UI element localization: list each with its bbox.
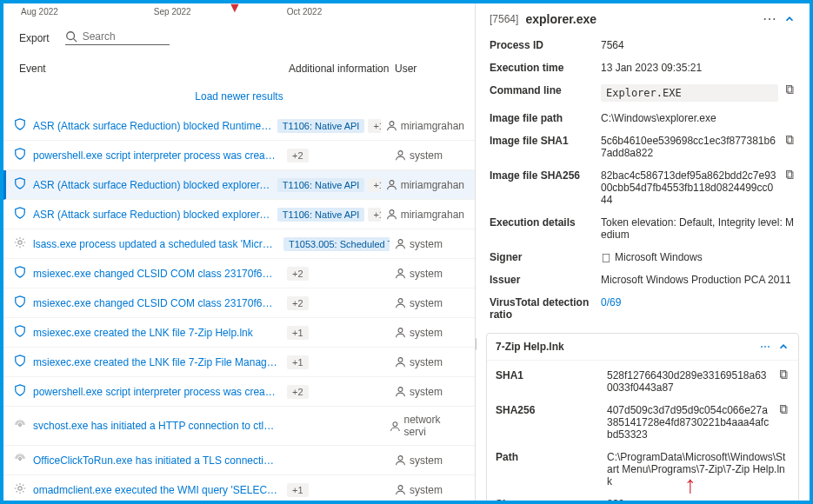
event-additional: +1 bbox=[283, 326, 390, 340]
event-row[interactable]: msiexec.exe created the LNK file 7-Zip H… bbox=[3, 318, 475, 348]
events-header: Event Additional information User bbox=[3, 54, 475, 82]
label-file-path: Path bbox=[496, 451, 600, 463]
technique-tag[interactable]: T1053.005: Scheduled Task bbox=[283, 237, 390, 251]
value-file-size: 890 bbox=[607, 498, 790, 501]
svg-point-14 bbox=[393, 421, 397, 426]
event-user: system bbox=[395, 268, 443, 280]
event-row[interactable]: msiexec.exe changed CLSID COM class 2317… bbox=[3, 288, 475, 318]
svg-point-0 bbox=[66, 32, 74, 40]
plus-badge[interactable]: +1 bbox=[287, 355, 309, 369]
svg-point-9 bbox=[398, 299, 403, 303]
copy-icon[interactable] bbox=[785, 84, 796, 97]
more-actions-icon[interactable]: ⋯ bbox=[760, 341, 770, 353]
event-user: system bbox=[395, 327, 443, 339]
plus-badge[interactable]: +1 bbox=[287, 483, 309, 497]
label-cmdline: Command line bbox=[490, 84, 594, 96]
export-button[interactable]: Export bbox=[19, 32, 50, 44]
svg-point-11 bbox=[398, 358, 403, 362]
shield-icon bbox=[14, 295, 28, 310]
event-user: system bbox=[395, 454, 443, 467]
event-row[interactable]: omadmclient.exe executed the WMI query '… bbox=[3, 475, 475, 501]
event-row[interactable]: svchost.exe has initiated a HTTP connect… bbox=[3, 407, 475, 446]
value-file-path: C:\ProgramData\Microsoft\Windows\Start M… bbox=[607, 451, 790, 487]
plus-badge[interactable]: +1 bbox=[368, 178, 380, 192]
process-pid: [7564] bbox=[490, 13, 518, 25]
more-actions-icon[interactable]: ⋯ bbox=[763, 10, 776, 27]
event-text: msiexec.exe created the LNK file 7-Zip F… bbox=[33, 356, 278, 368]
plus-badge[interactable]: +1 bbox=[368, 119, 380, 133]
event-row[interactable]: msiexec.exe changed CLSID COM class 2317… bbox=[3, 259, 475, 288]
file-name: 7-Zip Help.lnk bbox=[496, 341, 753, 353]
svg-point-15 bbox=[19, 458, 22, 461]
event-user: system bbox=[395, 386, 443, 398]
svg-point-2 bbox=[390, 122, 394, 126]
event-text: omadmclient.exe executed the WMI query '… bbox=[33, 484, 278, 496]
collapse-icon[interactable] bbox=[777, 341, 790, 353]
event-text: powershell.exe script interpreter proces… bbox=[33, 386, 278, 398]
shield-icon bbox=[14, 148, 28, 162]
load-newer-button[interactable]: Load newer results bbox=[3, 82, 475, 111]
svg-point-16 bbox=[398, 456, 403, 461]
svg-point-5 bbox=[390, 210, 394, 215]
plus-badge[interactable]: +2 bbox=[287, 385, 309, 399]
event-additional: +2 bbox=[283, 149, 390, 162]
event-row[interactable]: lsass.exe process updated a scheduled ta… bbox=[3, 229, 475, 259]
gear-icon bbox=[14, 236, 28, 251]
copy-icon[interactable] bbox=[779, 369, 790, 382]
event-row[interactable]: ASR (Attack surface Reduction) blocked e… bbox=[3, 200, 475, 229]
label-file-size: Size bbox=[496, 498, 600, 501]
svg-point-18 bbox=[398, 486, 403, 490]
search-icon bbox=[65, 30, 77, 43]
svg-point-3 bbox=[398, 151, 403, 156]
copy-icon[interactable] bbox=[785, 135, 796, 148]
search-field[interactable] bbox=[83, 30, 161, 43]
search-input[interactable] bbox=[65, 30, 170, 45]
shield-icon bbox=[14, 118, 28, 133]
plus-badge[interactable]: +2 bbox=[287, 149, 309, 162]
shield-icon bbox=[14, 207, 28, 222]
event-text: lsass.exe process updated a scheduled ta… bbox=[33, 238, 278, 250]
value-sha256: 82bac4c586713def95a862bdd2c7e9300cbb54d7… bbox=[601, 169, 778, 206]
event-additional: +2 bbox=[283, 267, 390, 281]
timeline: Aug 2022 Sep 2022 Oct 2022 ▼ bbox=[3, 3, 475, 22]
label-exec-details: Execution details bbox=[490, 216, 594, 229]
shield-icon bbox=[14, 325, 28, 340]
event-additional: +1 bbox=[283, 483, 390, 497]
event-additional: +1 bbox=[283, 355, 390, 369]
technique-tag[interactable]: T1106: Native API bbox=[277, 178, 365, 192]
event-row[interactable]: ASR (Attack surface Reduction) blocked e… bbox=[3, 170, 475, 200]
label-img-path: Image file path bbox=[490, 112, 594, 124]
value-exec-time: 13 Jan 2023 09:35:21 bbox=[601, 62, 796, 74]
collapse-icon[interactable] bbox=[783, 13, 796, 25]
value-cmdline: Explorer.EXE bbox=[601, 84, 778, 102]
header-additional: Additional information bbox=[289, 63, 395, 75]
plus-badge[interactable]: +2 bbox=[287, 296, 309, 310]
svg-point-6 bbox=[18, 241, 22, 244]
event-row[interactable]: powershell.exe script interpreter proces… bbox=[3, 377, 475, 407]
copy-icon[interactable] bbox=[785, 169, 796, 182]
event-user: system bbox=[395, 356, 443, 368]
copy-icon[interactable] bbox=[779, 404, 790, 417]
plus-badge[interactable]: +2 bbox=[287, 267, 309, 281]
value-virustotal[interactable]: 0/69 bbox=[601, 296, 796, 308]
event-row[interactable]: msiexec.exe created the LNK file 7-Zip F… bbox=[3, 348, 475, 377]
event-additional: T1106: Native API+1 bbox=[277, 119, 381, 133]
value-exec-details: Token elevation: Default, Integrity leve… bbox=[601, 216, 796, 241]
event-row[interactable]: OfficeClickToRun.exe has initiated a TLS… bbox=[3, 446, 475, 475]
event-user: system bbox=[395, 149, 443, 162]
plus-badge[interactable]: +1 bbox=[287, 326, 309, 340]
event-user: miriamgrahan bbox=[386, 209, 464, 221]
label-issuer: Issuer bbox=[490, 274, 594, 286]
plus-badge[interactable]: +1 bbox=[368, 208, 380, 222]
svg-point-4 bbox=[390, 181, 394, 185]
value-file-sha256: 407d509c3d7d95d9c054c066e27a385141728e4f… bbox=[607, 404, 772, 441]
event-user: system bbox=[395, 297, 443, 309]
event-user: network servi bbox=[390, 414, 464, 438]
technique-tag[interactable]: T1106: Native API bbox=[277, 208, 365, 222]
label-file-sha256: SHA256 bbox=[496, 404, 600, 416]
event-text: OfficeClickToRun.exe has initiated a TLS… bbox=[33, 454, 278, 467]
event-row[interactable]: ASR (Attack surface Reduction) blocked R… bbox=[3, 111, 475, 141]
event-row[interactable]: powershell.exe script interpreter proces… bbox=[3, 141, 475, 170]
technique-tag[interactable]: T1106: Native API bbox=[277, 119, 365, 133]
event-text: msiexec.exe created the LNK file 7-Zip H… bbox=[33, 327, 278, 339]
